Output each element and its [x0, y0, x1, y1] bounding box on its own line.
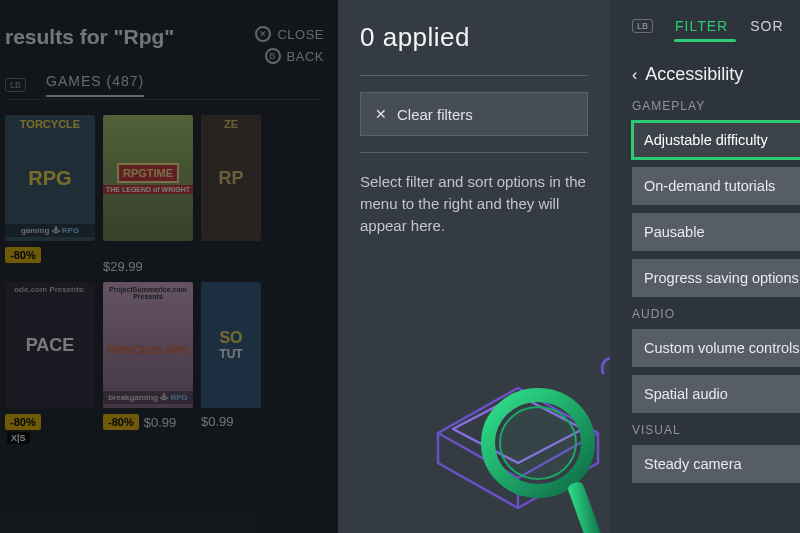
back-label: BACK	[287, 49, 324, 64]
discount-badge: -80%	[5, 247, 41, 263]
b-button-icon: B	[265, 48, 281, 64]
clear-filters-label: Clear filters	[397, 106, 473, 123]
lb-bumper-icon: LB	[5, 78, 26, 92]
filter-option-steady-camera[interactable]: Steady camera	[632, 445, 800, 483]
filter-back-button[interactable]: ‹ Accessibility	[632, 64, 800, 85]
close-icon: ✕	[375, 106, 387, 122]
game-card[interactable]: RPGTIME THE LEGEND of WRIGHT X|S $29.99	[103, 115, 193, 274]
result-tabs: LB GAMES (487)	[5, 70, 324, 100]
close-label: CLOSE	[277, 27, 324, 42]
tab-games[interactable]: GAMES (487)	[46, 73, 144, 97]
back-button[interactable]: B BACK	[255, 48, 324, 64]
price-label: $0.99	[144, 415, 177, 430]
applied-filters-panel: 0 applied ✕ Clear filters Select filter …	[338, 0, 610, 533]
game-grid: TORCYCLE RPG gaming 🕹 RPG -80% RPGTIME T…	[5, 115, 338, 430]
discount-badge: -80%	[103, 414, 139, 430]
game-card[interactable]: SO TUT $0.99	[201, 282, 261, 430]
filter-option-progress-saving[interactable]: Progress saving options	[632, 259, 800, 297]
group-header-audio: AUDIO	[632, 307, 800, 321]
price-label: $0.99	[201, 414, 234, 429]
filter-option-adjustable-difficulty[interactable]: Adjustable difficulty	[632, 121, 800, 159]
search-results-panel: results for "Rpg" ✕ CLOSE B BACK LB GAME…	[0, 0, 338, 533]
tab-filter[interactable]: FILTER	[675, 18, 728, 34]
svg-rect-3	[566, 480, 605, 533]
chevron-left-icon: ‹	[632, 66, 637, 84]
xs-badge: X|S	[7, 432, 30, 444]
results-header: results for "Rpg"	[5, 25, 174, 49]
game-card[interactable]: TORCYCLE RPG gaming 🕹 RPG -80%	[5, 115, 95, 274]
game-card[interactable]: ZE RP	[201, 115, 261, 274]
filter-hint-text: Select filter and sort options in the me…	[360, 171, 588, 236]
applied-count-title: 0 applied	[360, 22, 588, 53]
game-card[interactable]: ode.com Presents: PACE -80%	[5, 282, 95, 430]
filter-section-title: Accessibility	[645, 64, 743, 85]
x-button-icon: ✕	[255, 26, 271, 42]
filter-option-custom-volume[interactable]: Custom volume controls	[632, 329, 800, 367]
discount-badge: -80%	[5, 414, 41, 430]
filter-option-on-demand-tutorials[interactable]: On-demand tutorials	[632, 167, 800, 205]
filter-option-pausable[interactable]: Pausable	[632, 213, 800, 251]
group-header-gameplay: GAMEPLAY	[632, 99, 800, 113]
filter-option-spatial-audio[interactable]: Spatial audio	[632, 375, 800, 413]
game-card[interactable]: ProjectSummerIce.com Presents PRINCESS R…	[103, 282, 193, 430]
filter-sort-panel: LB FILTER SOR ‹ Accessibility GAMEPLAY A…	[610, 0, 800, 533]
svg-point-2	[500, 407, 576, 479]
group-header-visual: VISUAL	[632, 423, 800, 437]
close-button[interactable]: ✕ CLOSE	[255, 26, 324, 42]
lb-bumper-icon: LB	[632, 19, 653, 33]
clear-filters-button[interactable]: ✕ Clear filters	[360, 92, 588, 136]
price-label: $29.99	[103, 259, 143, 274]
tab-sort[interactable]: SOR	[750, 18, 783, 34]
